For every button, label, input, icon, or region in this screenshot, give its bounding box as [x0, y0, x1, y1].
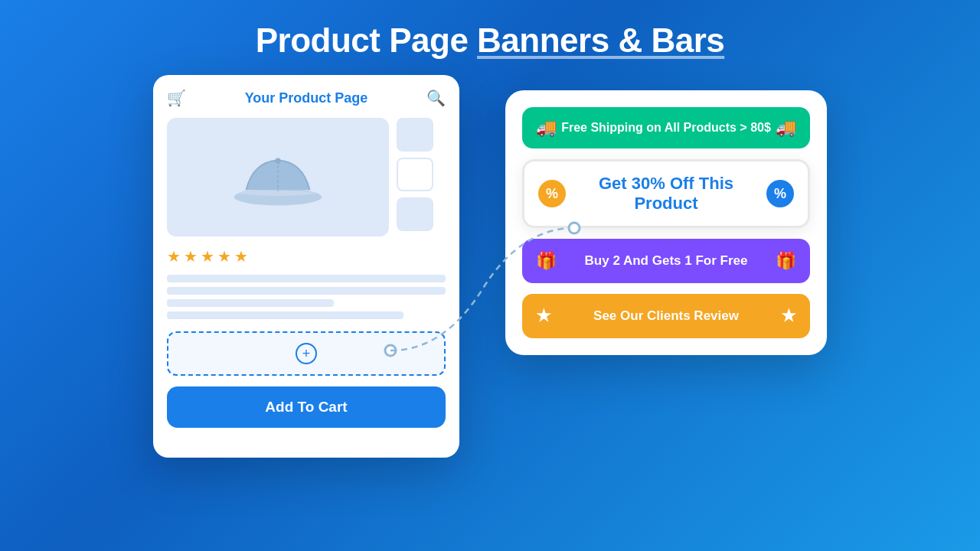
cart-icon: 🛒 [167, 89, 186, 107]
banner-placeholder: + [167, 331, 446, 376]
plus-icon: + [296, 343, 317, 364]
search-icon: 🔍 [426, 89, 446, 107]
shipping-banner-text: Free Shipping on All Products > 80$ [561, 121, 771, 135]
card-header-title: Your Product Page [245, 90, 368, 106]
banners-panel: 🚚 Free Shipping on All Products > 80$ 🚚 … [505, 90, 827, 355]
buy-deal-banner[interactable]: 🎁 Buy 2 And Gets 1 For Free 🎁 [522, 239, 810, 283]
text-line-1 [167, 275, 446, 282]
main-product-image [167, 118, 389, 236]
star-5: ★ [234, 247, 248, 266]
star-3: ★ [201, 247, 214, 266]
review-text: See Our Clients Review [593, 308, 739, 324]
thumbnail-1 [397, 118, 433, 152]
discount-banner[interactable]: % Get 30% Off This Product % [522, 159, 810, 228]
product-page-card: 🛒 Your Product Page 🔍 [153, 75, 459, 458]
star-icon-right: ★ [781, 306, 796, 326]
gift-icon-left: 🎁 [536, 251, 557, 271]
thumbnail-3 [397, 197, 433, 231]
thumbnail-column [397, 118, 433, 236]
star-2: ★ [184, 247, 198, 266]
discount-badge-right: % [766, 180, 794, 207]
text-line-2 [167, 287, 446, 295]
truck-icon-right: 🚚 [776, 118, 796, 138]
add-to-cart-button[interactable]: Add To Cart [167, 386, 446, 428]
title-part1: Product Page [256, 21, 477, 59]
gift-icon-right: 🎁 [776, 251, 796, 271]
star-rating: ★ ★ ★ ★ ★ [167, 247, 446, 266]
product-image-area [167, 118, 446, 236]
truck-icon-left: 🚚 [536, 118, 557, 138]
shipping-banner[interactable]: 🚚 Free Shipping on All Products > 80$ 🚚 [522, 107, 810, 148]
title-part2: Banners & Bars [477, 21, 724, 59]
star-1: ★ [167, 247, 181, 266]
star-icon-left: ★ [536, 306, 551, 326]
thumbnail-2 [397, 158, 433, 191]
review-banner[interactable]: ★ See Our Clients Review ★ [522, 294, 810, 338]
card-header: 🛒 Your Product Page 🔍 [167, 89, 446, 107]
text-line-4 [167, 311, 403, 319]
hat-illustration [232, 147, 324, 208]
text-line-3 [167, 299, 334, 307]
star-4: ★ [217, 247, 231, 266]
svg-point-2 [275, 158, 280, 163]
discount-badge-left: % [538, 180, 566, 207]
buy-deal-text: Buy 2 And Gets 1 For Free [585, 253, 748, 269]
page-title: Product Page Banners & Bars [256, 21, 724, 60]
discount-text: Get 30% Off This Product [566, 174, 766, 214]
product-text-lines [167, 275, 446, 319]
